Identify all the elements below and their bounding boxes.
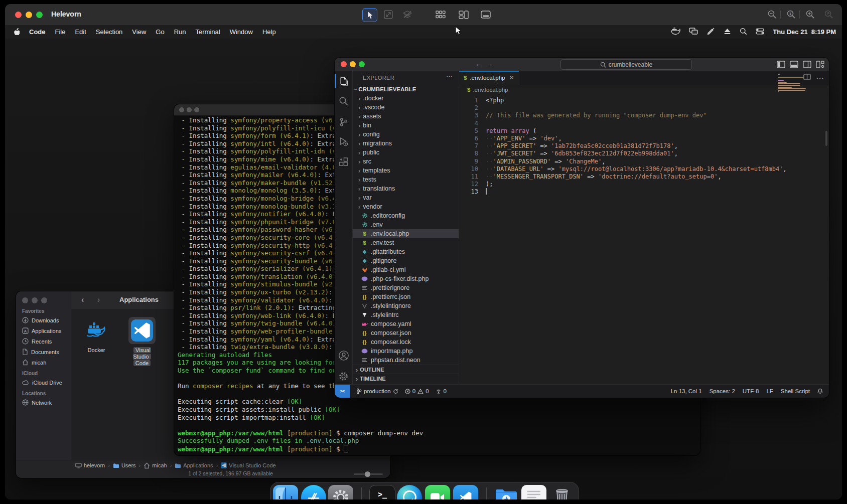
apple-menu-icon[interactable] (13, 28, 20, 37)
toggle-panel-icon[interactable] (789, 60, 799, 69)
minimize-button[interactable] (26, 12, 32, 18)
tree-file-dot-stylelintignore[interactable]: .stylelintignore (353, 301, 459, 310)
ports-item[interactable]: 0 (436, 388, 447, 394)
tree-root-folder[interactable]: ›CRUMBELIEVEABLE (353, 85, 459, 94)
close-button[interactable] (15, 12, 22, 18)
close-button[interactable] (341, 61, 347, 67)
sidebar-item-network[interactable]: Network (16, 397, 71, 408)
tree-folder-dot-docker[interactable]: ›.docker (353, 94, 459, 103)
settings-gear-icon[interactable] (335, 367, 352, 386)
layers-icon[interactable] (400, 8, 414, 21)
path-item-users[interactable]: Users (113, 462, 136, 468)
tree-file-phpstan.dist.neon[interactable]: phpstan.dist.neon (353, 356, 459, 365)
tree-file-compose.yaml[interactable]: compose.yaml (353, 319, 459, 328)
dock-appstore-icon[interactable] (301, 485, 326, 499)
minimap[interactable] (778, 74, 807, 94)
status-lf[interactable]: LF (766, 388, 773, 394)
menu-window[interactable]: Window (230, 28, 253, 36)
sidebar-item-documents[interactable]: Documents (16, 347, 71, 357)
pointer-tool-icon[interactable] (362, 8, 377, 22)
tree-folder-migrations[interactable]: ›migrations (353, 139, 459, 148)
zoom-out-icon[interactable] (765, 8, 779, 21)
toggle-primary-sidebar-icon[interactable] (776, 60, 786, 69)
close-button[interactable] (22, 297, 28, 303)
tree-file-dot-prettierignore[interactable]: .prettierignore (353, 283, 459, 292)
explorer-view-icon[interactable] (335, 72, 352, 91)
zoom-in-icon[interactable] (803, 8, 817, 21)
zoom-button[interactable] (41, 297, 47, 303)
tree-folder-dot-vscode[interactable]: ›.vscode (353, 103, 459, 112)
tree-folder-public[interactable]: ›public (353, 148, 459, 157)
source-control-icon[interactable] (335, 112, 352, 131)
sidebar-item-applications[interactable]: AApplications (16, 325, 71, 336)
tree-file-dot-env.test[interactable]: $.env.test (353, 238, 459, 247)
tree-folder-src[interactable]: ›src (353, 157, 459, 166)
tree-folder-assets[interactable]: ›assets (353, 112, 459, 121)
tree-folder-vendor[interactable]: ›vendor (353, 202, 459, 211)
menu-terminal[interactable]: Terminal (196, 28, 220, 36)
git-branch-item[interactable]: production (356, 388, 398, 394)
history-back-icon[interactable]: ← (475, 60, 482, 68)
tree-file-dot-php-cs-fixer.dist.php[interactable]: .php-cs-fixer.dist.php (353, 274, 459, 283)
tree-folder-bin[interactable]: ›bin (353, 121, 459, 130)
tree-file-composer.lock[interactable]: {}composer.lock (353, 338, 459, 347)
sidebar-item-micah[interactable]: micah (16, 357, 71, 368)
finder-app-docker[interactable]: Docker (79, 317, 114, 354)
path-item-visual-studio-code[interactable]: Visual Studio Code (221, 462, 275, 468)
tree-file-composer.json[interactable]: {}composer.json (353, 328, 459, 338)
zoom-button[interactable] (194, 107, 199, 112)
tree-file-dot-stylelintrc[interactable]: .stylelintrc (353, 310, 459, 319)
dock-trash-icon[interactable] (549, 485, 575, 499)
sidebar-item-downloads[interactable]: Downloads (16, 315, 71, 325)
menu-help[interactable]: Help (262, 28, 276, 36)
dock-settings-icon[interactable] (328, 485, 353, 499)
status-spaces[interactable]: Spaces: 2 (710, 388, 735, 394)
tree-file-dot-env[interactable]: .env (353, 220, 459, 229)
screen-mirroring-icon[interactable] (689, 28, 698, 36)
tree-file-dot-gitattributes[interactable]: .gitattributes (353, 247, 459, 256)
timeline-section[interactable]: ›TIMELINE (353, 374, 459, 383)
dock-terminal-icon[interactable]: >_ (369, 485, 394, 499)
accounts-icon[interactable] (335, 346, 352, 365)
menu-go[interactable]: Go (156, 28, 164, 36)
menu-run[interactable]: Run (174, 28, 186, 36)
sidebar-item-icloud-drive[interactable]: iCloud Drive (16, 377, 71, 388)
problems-item[interactable]: 0 0 (405, 388, 429, 394)
toggle-secondary-sidebar-icon[interactable] (802, 60, 812, 69)
eject-icon[interactable] (724, 28, 731, 36)
editor-more-actions-icon[interactable]: ⋯ (816, 73, 824, 83)
pencil-disabled-icon[interactable] (707, 28, 715, 36)
history-forward-icon[interactable]: → (486, 60, 493, 68)
path-item-helevorn[interactable]: helevorn (75, 462, 105, 468)
grid-view-icon[interactable] (434, 8, 448, 21)
menu-view[interactable]: View (132, 28, 146, 36)
dock-vscode-icon[interactable] (453, 485, 478, 499)
tab-env-local-php[interactable]: $ .env.local.php ✕ (459, 71, 519, 85)
menubar-clock[interactable]: Thu Dec 21 8:19 PM (773, 28, 836, 36)
icon-size-slider[interactable] (354, 473, 383, 475)
spotlight-search-icon[interactable] (740, 28, 747, 37)
scaling-tool-icon[interactable] (381, 8, 395, 21)
tree-folder-tests[interactable]: ›tests (353, 175, 459, 184)
status-utf-8[interactable]: UTF-8 (743, 388, 759, 394)
minimize-button[interactable] (350, 61, 356, 67)
breadcrumb[interactable]: $ .env.local.php (459, 85, 829, 95)
menu-app-name[interactable]: Code (29, 28, 46, 36)
tree-file-dot-gitlab-ci.yml[interactable]: .gitlab-ci.yml (353, 265, 459, 274)
remote-indicator[interactable]: >< (335, 385, 350, 398)
editor-scrollbar[interactable] (825, 131, 827, 146)
dock-edge-icon[interactable] (397, 485, 422, 499)
split-view-icon[interactable] (457, 8, 471, 21)
finder-app-vscode[interactable]: Visual StudioCode (124, 317, 160, 367)
status-shell[interactable]: Shell Script (781, 388, 810, 394)
customize-layout-icon[interactable] (815, 60, 825, 69)
dock-finder-icon[interactable] (273, 485, 298, 499)
menu-file[interactable]: File (55, 28, 66, 36)
search-view-icon[interactable] (335, 91, 352, 110)
menu-edit[interactable]: Edit (75, 28, 86, 36)
run-debug-icon[interactable] (335, 132, 352, 151)
close-tab-icon[interactable]: ✕ (509, 74, 514, 81)
path-item-applications[interactable]: Applications (175, 462, 213, 468)
zoom-button[interactable] (359, 61, 365, 67)
forward-button[interactable]: › (97, 295, 100, 304)
